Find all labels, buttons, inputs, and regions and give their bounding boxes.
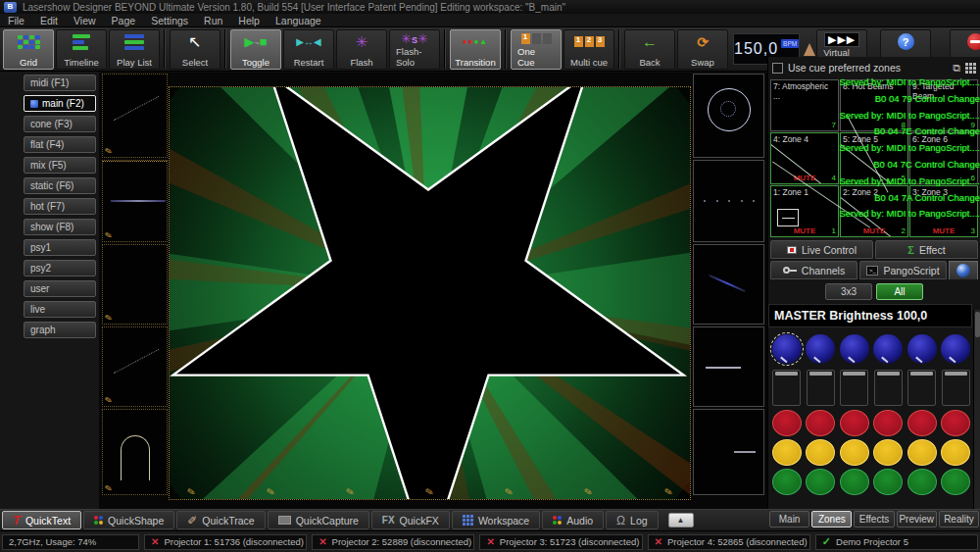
- copy-zones-icon[interactable]: ⧉: [953, 62, 960, 75]
- channel-slider-6[interactable]: [942, 370, 970, 406]
- sidebar-page-midi[interactable]: midi (F1): [24, 75, 96, 91]
- tab-live-control[interactable]: Live Control: [770, 240, 873, 259]
- panel-tab-zones[interactable]: Zones: [811, 511, 852, 527]
- cue-cell[interactable]: [693, 74, 764, 158]
- sidebar-page-hot[interactable]: hot (F7): [24, 198, 96, 215]
- zone-grid-view-icon[interactable]: [965, 63, 976, 74]
- yellow-channel-button-4[interactable]: [873, 439, 903, 466]
- panel-tab-preview[interactable]: Preview: [897, 511, 937, 527]
- sidebar-page-user[interactable]: user: [24, 280, 96, 297]
- channel-slider-1[interactable]: [772, 370, 801, 406]
- tab-log[interactable]: ΩLog: [606, 511, 659, 529]
- toolbar-timeline-button[interactable]: Timeline: [56, 29, 107, 70]
- status-segment[interactable]: 2,7GHz, Usage: 74%: [2, 534, 139, 550]
- menu-page[interactable]: Page: [112, 15, 136, 26]
- menu-edit[interactable]: Edit: [40, 15, 58, 26]
- tab-effect[interactable]: ΣEffect: [875, 240, 978, 259]
- red-channel-button-5[interactable]: [907, 410, 937, 436]
- tab-pangoscript[interactable]: >_PangoScript: [859, 261, 947, 279]
- zone-cell-8[interactable]: 8: Hot Beams 8: [840, 79, 908, 131]
- metronome-icon[interactable]: [804, 43, 815, 56]
- use-cue-preferred-zones-checkbox[interactable]: [772, 63, 783, 74]
- menu-view[interactable]: View: [74, 15, 96, 26]
- panel-tab-main[interactable]: Main: [769, 511, 809, 527]
- cue-cell[interactable]: ✎: [102, 160, 168, 242]
- zone-cell-3[interactable]: 3: Zone 3 MUTE 3: [909, 185, 978, 237]
- toolbar-toggle-button[interactable]: ▶~■Toggle: [230, 29, 281, 70]
- green-channel-button-1[interactable]: [772, 469, 802, 495]
- view-3x3-button[interactable]: 3x3: [825, 283, 872, 300]
- status-segment[interactable]: ✕Projector 4: 52865 (disconnected): [648, 534, 810, 550]
- brightness-knob-3[interactable]: [840, 334, 869, 364]
- scroll-up-button[interactable]: ▲: [668, 513, 694, 527]
- cue-cell[interactable]: [693, 409, 764, 495]
- yellow-channel-button-2[interactable]: [806, 439, 835, 466]
- status-segment[interactable]: ✕Projector 3: 51723 (disconnected): [479, 534, 642, 550]
- toolbar-play-list-button[interactable]: Play List: [109, 29, 160, 70]
- red-channel-button-2[interactable]: [806, 410, 835, 436]
- cue-cell[interactable]: ✎: [102, 74, 168, 158]
- toolbar-swap-button[interactable]: ⟳Swap: [677, 29, 728, 70]
- zone-cell-2[interactable]: 2: Zone 2 MUTE 2: [840, 185, 908, 237]
- channel-slider-5[interactable]: [907, 370, 936, 406]
- tab-quickfx[interactable]: FXQuickFX: [371, 511, 450, 529]
- sidebar-page-psy1[interactable]: psy1: [24, 239, 96, 256]
- channel-slider-3[interactable]: [840, 370, 868, 406]
- sidebar-page-live[interactable]: live: [24, 301, 96, 318]
- status-segment[interactable]: ✓Demo Projector 5: [815, 534, 978, 550]
- menu-help[interactable]: Help: [238, 15, 260, 26]
- zone-cell-4[interactable]: 4: Zone 4 MUTE 4: [770, 132, 839, 184]
- brightness-knob-4[interactable]: [873, 334, 903, 364]
- yellow-channel-button-6[interactable]: [941, 439, 970, 466]
- cue-cell[interactable]: ✎: [102, 409, 168, 495]
- menu-file[interactable]: File: [8, 15, 24, 26]
- toolbar-one-cue-button[interactable]: 1One Cue: [511, 29, 562, 70]
- sidebar-page-graph[interactable]: graph: [24, 322, 96, 338]
- status-segment[interactable]: ✕Projector 2: 52889 (disconnected): [312, 534, 474, 550]
- status-segment[interactable]: ✕Projector 1: 51736 (disconnected): [144, 534, 307, 550]
- toolbar-select-button[interactable]: ↖Select: [170, 29, 220, 70]
- menu-language[interactable]: Language: [275, 15, 321, 26]
- red-channel-button-3[interactable]: [840, 410, 869, 436]
- cue-cell[interactable]: [693, 160, 764, 242]
- cue-cell[interactable]: [693, 244, 764, 325]
- brightness-knob-6[interactable]: [941, 334, 970, 364]
- zone-cell-1[interactable]: 1: Zone 1 MUTE 1: [770, 185, 839, 237]
- toolbar-flash-solo-button[interactable]: ✳S✳Flash-Solo: [389, 29, 440, 70]
- sidebar-page-mix[interactable]: mix (F5): [24, 157, 96, 174]
- cue-cell[interactable]: [693, 326, 764, 407]
- tab-quicktext[interactable]: TQuickText: [2, 511, 81, 529]
- toolbar-transition-button[interactable]: ●●●▲Transition: [450, 29, 501, 70]
- panel-tab-effects[interactable]: Effects: [854, 511, 894, 527]
- yellow-channel-button-1[interactable]: [772, 439, 802, 466]
- tab-workspace[interactable]: Workspace: [452, 511, 540, 529]
- toolbar-restart-button[interactable]: ▶↔◀Restart: [283, 29, 334, 70]
- sidebar-page-cone[interactable]: cone (F3): [24, 116, 96, 132]
- tab-quickshape[interactable]: QuickShape: [83, 511, 174, 529]
- master-brightness-display[interactable]: MASTER Brightness 100,0: [768, 304, 972, 327]
- sidebar-page-flat[interactable]: flat (F4): [24, 136, 96, 153]
- menu-settings[interactable]: Settings: [151, 15, 188, 26]
- sidebar-page-psy2[interactable]: psy2: [24, 260, 96, 276]
- view-all-button[interactable]: All: [876, 283, 923, 300]
- channel-slider-4[interactable]: [874, 370, 903, 406]
- channel-slider-2[interactable]: [807, 370, 835, 406]
- sidebar-page-show[interactable]: show (F8): [24, 219, 96, 235]
- sidebar-page-static[interactable]: static (F6): [24, 177, 96, 194]
- zone-cell-9[interactable]: 9: Targeted Beam 9: [909, 79, 978, 131]
- green-channel-button-4[interactable]: [873, 469, 903, 495]
- zone-cell-7[interactable]: 7: Atmospheric ... 7: [770, 79, 839, 131]
- brightness-knob-1[interactable]: [772, 334, 802, 364]
- panel-tab-reality[interactable]: Reality: [939, 511, 979, 527]
- brightness-knob-2[interactable]: [806, 334, 835, 364]
- green-channel-button-5[interactable]: [907, 469, 937, 495]
- green-channel-button-2[interactable]: [806, 469, 835, 495]
- toolbar-grid-button[interactable]: Grid: [3, 29, 54, 70]
- toolbar-back-button[interactable]: ←Back: [624, 29, 675, 70]
- green-channel-button-6[interactable]: [941, 469, 970, 495]
- laser-preview-window[interactable]: ✎✎✎✎✎✎✎: [169, 86, 691, 500]
- tab-channels[interactable]: Channels: [770, 261, 858, 279]
- toolbar-multi-cue-button[interactable]: 123Multi cue: [564, 29, 614, 70]
- sidebar-page-main[interactable]: main (F2): [24, 95, 96, 112]
- yellow-channel-button-3[interactable]: [840, 439, 869, 466]
